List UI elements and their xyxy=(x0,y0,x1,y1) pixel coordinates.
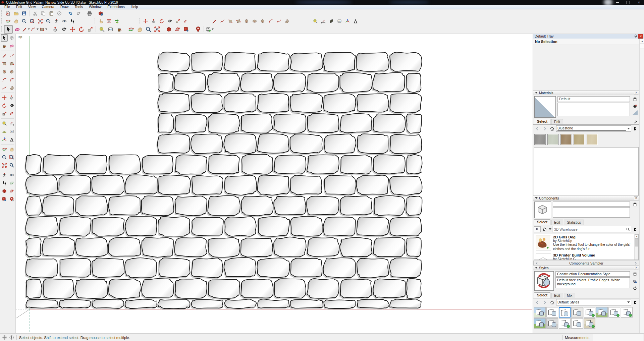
orbit-button[interactable] xyxy=(4,17,12,25)
3-point-arc-button[interactable] xyxy=(275,17,283,25)
text-button[interactable]: A1 xyxy=(106,25,115,34)
display-secondary-pane-icon[interactable] xyxy=(632,271,638,277)
components-results-list[interactable]: 2D Girls Dogby SketchUpUse the Interact … xyxy=(534,234,639,260)
dimension-button[interactable] xyxy=(319,17,327,25)
component-result-item[interactable]: 3D Printer Build Volumeby SketchUp G xyxy=(534,252,638,260)
erase-button[interactable] xyxy=(55,10,63,17)
back-arrow-icon[interactable] xyxy=(534,299,541,305)
tool-line-button[interactable] xyxy=(1,52,8,59)
walk-button[interactable] xyxy=(68,17,76,25)
tool-dimension-button[interactable] xyxy=(8,120,15,127)
tool-rotated-rectangle-button[interactable] xyxy=(8,60,15,67)
tool-text-button[interactable]: A1 xyxy=(8,128,15,135)
dynamic-components-button[interactable] xyxy=(113,17,121,25)
tool-position-camera-button[interactable] xyxy=(1,171,8,179)
tool-extension-red-2-button[interactable] xyxy=(8,187,15,195)
tool-orbit-button[interactable] xyxy=(1,146,8,153)
tool-push-pull-button[interactable] xyxy=(8,94,15,101)
material-name-field[interactable]: Default xyxy=(557,96,630,102)
tool-make-component-button[interactable] xyxy=(8,34,15,42)
account-button[interactable] xyxy=(205,25,214,34)
scale-button[interactable] xyxy=(86,25,94,34)
forward-arrow-icon[interactable] xyxy=(541,126,548,132)
forward-arrow-icon[interactable] xyxy=(541,299,548,305)
move-button[interactable] xyxy=(142,17,150,25)
materials-header[interactable]: Materials ✕ xyxy=(533,90,640,95)
view-options-icon[interactable] xyxy=(534,226,541,232)
arc-button[interactable] xyxy=(267,17,275,25)
axes-button[interactable] xyxy=(343,17,352,25)
rotated-rectangle-button[interactable] xyxy=(234,17,243,25)
menu-camera[interactable]: Camera xyxy=(39,5,57,9)
components-search-box[interactable] xyxy=(552,226,631,232)
tool-zoom-extents-button[interactable] xyxy=(1,162,8,169)
circle-button[interactable] xyxy=(243,17,251,25)
styles-tab-edit[interactable]: Edit xyxy=(551,293,563,298)
tool-protractor-button[interactable] xyxy=(1,128,8,135)
style-thumbnail-13[interactable] xyxy=(584,318,595,329)
style-thumbnail-7[interactable] xyxy=(608,307,620,318)
pin-icon[interactable] xyxy=(633,34,638,38)
pan-button[interactable] xyxy=(135,25,144,34)
tool-look-around-button[interactable] xyxy=(8,171,15,179)
tool-axes-button[interactable] xyxy=(1,136,8,143)
minimize-button[interactable] xyxy=(613,0,622,4)
tool-select-button[interactable] xyxy=(1,34,8,42)
menu-edit[interactable]: Edit xyxy=(13,5,25,9)
line-button[interactable] xyxy=(21,25,30,34)
components-scrollbar[interactable]: ▲ xyxy=(634,234,638,260)
extension-plane-button[interactable] xyxy=(173,25,182,34)
style-thumbnail-3-selected[interactable] xyxy=(559,307,571,318)
entity-info-panel-button[interactable] xyxy=(105,17,113,25)
toolbar-drag-handle[interactable] xyxy=(1,26,3,32)
tool-two-point-arc-button[interactable] xyxy=(8,76,15,83)
components-header[interactable]: Components ✕ xyxy=(533,195,640,201)
menu-window[interactable]: Window xyxy=(86,5,104,9)
zoom-button[interactable] xyxy=(20,17,28,25)
style-thumbnail-11[interactable] xyxy=(559,318,571,329)
tool-pan-button[interactable] xyxy=(8,146,15,153)
zoom-window-button[interactable] xyxy=(28,17,36,25)
tool-move-button[interactable] xyxy=(1,94,8,101)
component-result-title[interactable]: 2D Girls Dog xyxy=(553,235,637,239)
style-thumbnail-6[interactable] xyxy=(596,307,608,318)
orbit-button[interactable] xyxy=(126,25,135,34)
component-result-item[interactable]: 2D Girls Dogby SketchUpUse the Interact … xyxy=(534,234,638,252)
refresh-icon[interactable] xyxy=(632,285,638,291)
tool-three-point-arc-button[interactable] xyxy=(1,84,8,92)
tool-zoom-window-button[interactable] xyxy=(8,154,15,161)
offset-button[interactable] xyxy=(182,17,190,25)
home-icon[interactable] xyxy=(541,226,548,232)
rectangle-button[interactable] xyxy=(226,17,234,25)
menu-help[interactable]: Help xyxy=(128,5,141,9)
component-name-field[interactable] xyxy=(553,202,630,207)
tray-scroll-thumb[interactable] xyxy=(640,44,644,49)
materials-list-area[interactable] xyxy=(534,147,639,197)
materials-collection-dropdown[interactable]: Bluestone xyxy=(556,125,631,132)
style-thumbnail-9[interactable] xyxy=(534,318,546,329)
close-button[interactable]: ✕ xyxy=(635,0,643,4)
geolocation-icon[interactable] xyxy=(2,335,7,340)
components-tab-statistics[interactable]: Statistics xyxy=(564,220,584,225)
style-thumbnail-10[interactable] xyxy=(546,318,558,329)
tool-arc-button[interactable] xyxy=(1,76,8,83)
look-around-button[interactable] xyxy=(60,17,68,25)
create-material-icon[interactable] xyxy=(632,103,638,109)
styles-tab-select[interactable]: Select xyxy=(534,292,550,298)
menu-view[interactable]: View xyxy=(25,5,39,9)
tape-measure-button[interactable] xyxy=(311,17,319,25)
material-swatch-stone-gray[interactable] xyxy=(534,134,546,145)
tool-tape-measure-button[interactable] xyxy=(1,120,8,127)
new-button[interactable] xyxy=(4,10,12,17)
extension-solid-button[interactable] xyxy=(164,25,173,34)
tool-rectangle-button[interactable] xyxy=(1,60,8,67)
toolbar-drag-handle[interactable] xyxy=(1,18,3,24)
measurements-field[interactable] xyxy=(593,334,643,341)
tool-paint-bucket-button[interactable] xyxy=(1,42,8,50)
tape-measure-button[interactable] xyxy=(97,25,106,34)
rotate-button[interactable] xyxy=(158,17,166,25)
tool-scale-button[interactable] xyxy=(1,110,8,117)
components-tab-select[interactable]: Select xyxy=(534,219,550,225)
styles-header[interactable]: Styles ✕ xyxy=(533,265,640,270)
scroll-thumb[interactable] xyxy=(635,238,639,246)
